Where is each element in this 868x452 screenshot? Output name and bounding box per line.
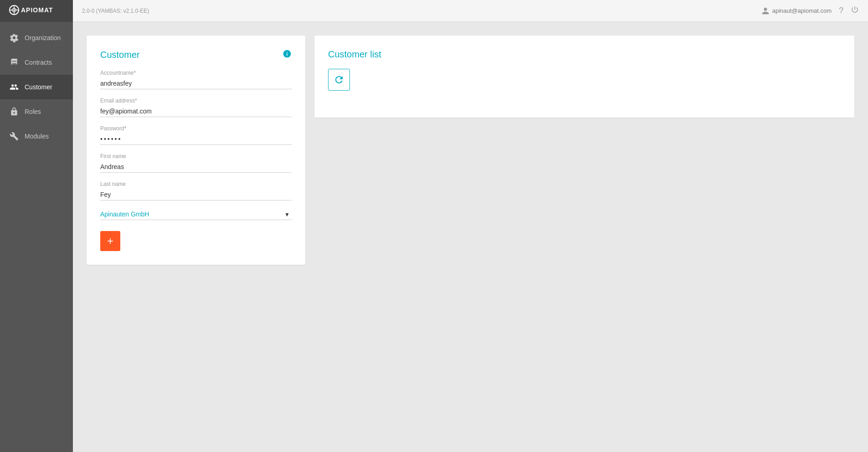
lastname-label: Last name (100, 181, 292, 187)
sidebar-label-contracts: Contracts (25, 59, 52, 66)
person-icon (9, 82, 19, 92)
lastname-input[interactable] (100, 189, 292, 200)
power-icon[interactable] (851, 5, 859, 16)
password-label: Password* (100, 125, 292, 132)
sidebar-item-contracts[interactable]: Contracts (0, 50, 73, 75)
email-input[interactable] (100, 106, 292, 117)
firstname-label: First name (100, 153, 292, 159)
sidebar-item-roles[interactable]: Roles (0, 99, 73, 124)
customer-list-card: Customer list (314, 36, 854, 118)
info-icon[interactable] (282, 49, 292, 61)
sidebar-label-customer: Customer (25, 83, 52, 91)
svg-text:APIOMAT: APIOMAT (21, 6, 53, 14)
refresh-button[interactable] (328, 69, 350, 91)
sidebar-nav: Organization Contracts Customer (0, 26, 73, 149)
accountname-label: Accountname* (100, 70, 292, 76)
wrench-icon (9, 131, 19, 141)
user-info: apinaut@apiomat.com (761, 7, 832, 15)
sidebar: APIOMAT Organization Contracts (0, 0, 73, 452)
topbar-right: apinaut@apiomat.com ? (761, 5, 859, 16)
password-input[interactable] (100, 134, 292, 145)
sidebar-item-customer[interactable]: Customer (0, 75, 73, 99)
help-icon[interactable]: ? (839, 6, 843, 15)
customer-form-title: Customer (100, 49, 292, 61)
organization-select-wrapper: Apinauten GmbH ▼ (100, 209, 292, 220)
sidebar-label-roles: Roles (25, 108, 41, 115)
add-customer-button[interactable]: + (100, 231, 120, 251)
logo: APIOMAT (0, 0, 73, 22)
firstname-input[interactable] (100, 161, 292, 173)
version-label: 2.0-0 (YAMBAS: v2.1.0-EE) (82, 8, 149, 14)
sidebar-item-modules[interactable]: Modules (0, 124, 73, 149)
lastname-field: Last name (100, 181, 292, 200)
gear-icon (9, 33, 19, 43)
email-label: Email address* (100, 98, 292, 104)
content-area: Customer Accountname* Email address* Pas… (73, 22, 868, 452)
sidebar-label-modules: Modules (25, 133, 49, 140)
lock-icon (9, 107, 19, 117)
user-avatar-icon (761, 7, 770, 15)
sidebar-label-organization: Organization (25, 34, 61, 41)
password-field: Password* (100, 125, 292, 145)
user-email: apinaut@apiomat.com (772, 7, 832, 14)
customer-list-title: Customer list (328, 49, 841, 60)
accountname-input[interactable] (100, 78, 292, 89)
accountname-field: Accountname* (100, 70, 292, 89)
firstname-field: First name (100, 153, 292, 173)
refresh-icon (334, 74, 344, 85)
email-field: Email address* (100, 98, 292, 117)
book-icon (9, 57, 19, 67)
customer-form-card: Customer Accountname* Email address* Pas… (87, 36, 305, 265)
organization-select[interactable]: Apinauten GmbH (100, 209, 292, 220)
sidebar-item-organization[interactable]: Organization (0, 26, 73, 50)
topbar: 2.0-0 (YAMBAS: v2.1.0-EE) apinaut@apioma… (73, 0, 868, 22)
main-area: 2.0-0 (YAMBAS: v2.1.0-EE) apinaut@apioma… (73, 0, 868, 452)
